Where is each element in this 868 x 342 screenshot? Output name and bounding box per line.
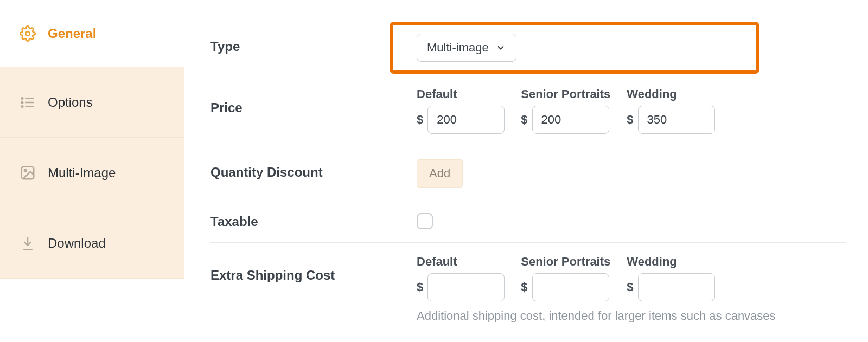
list-icon — [20, 94, 36, 111]
sidebar-item-multi-image[interactable]: Multi-Image — [0, 138, 184, 208]
type-label: Type — [210, 34, 417, 54]
sidebar-item-label: General — [48, 26, 96, 41]
sidebar: General Options Multi-Image Download — [0, 0, 184, 342]
svg-point-0 — [25, 31, 30, 36]
sidebar-item-label: Multi-Image — [48, 165, 116, 180]
image-icon — [20, 165, 36, 181]
row-quantity-discount: Quantity Discount Add — [210, 147, 846, 201]
svg-point-8 — [24, 169, 27, 171]
shipping-wedding-input[interactable] — [638, 273, 715, 301]
sidebar-item-label: Download — [48, 236, 106, 251]
shipping-senior-input[interactable] — [532, 273, 609, 301]
taxable-label: Taxable — [210, 213, 417, 229]
shipping-column-header: Wedding — [627, 255, 714, 269]
price-label: Price — [210, 87, 417, 115]
sidebar-item-label: Options — [48, 95, 93, 110]
taxable-checkbox[interactable] — [417, 213, 433, 229]
currency-symbol: $ — [521, 280, 527, 294]
row-price: Price Default $ Senior Portraits $ — [210, 75, 846, 147]
svg-point-6 — [22, 106, 23, 107]
gear-icon — [20, 25, 36, 42]
type-selected-value: Multi-image — [427, 41, 489, 55]
svg-point-4 — [22, 98, 23, 99]
quantity-discount-label: Quantity Discount — [210, 159, 417, 180]
sidebar-item-options[interactable]: Options — [0, 67, 184, 138]
price-column-header: Wedding — [627, 87, 714, 101]
currency-symbol: $ — [521, 113, 527, 127]
currency-symbol: $ — [417, 280, 423, 294]
add-discount-button[interactable]: Add — [417, 159, 463, 188]
row-type: Type Multi-image — [210, 22, 846, 75]
shipping-column-header: Default — [417, 255, 505, 269]
currency-symbol: $ — [417, 113, 423, 127]
shipping-default-input[interactable] — [427, 273, 505, 301]
main-panel: Type Multi-image Price Default $ — [184, 0, 868, 342]
sidebar-item-download[interactable]: Download — [0, 208, 184, 279]
extra-shipping-label: Extra Shipping Cost — [210, 255, 417, 283]
type-select[interactable]: Multi-image — [417, 34, 516, 62]
extra-shipping-help: Additional shipping cost, intended for l… — [417, 309, 846, 323]
sidebar-item-general[interactable]: General — [0, 0, 184, 67]
price-column-header: Default — [417, 87, 505, 101]
download-icon — [20, 235, 36, 251]
price-senior-input[interactable] — [532, 106, 609, 134]
shipping-column-header: Senior Portraits — [521, 255, 610, 269]
price-wedding-input[interactable] — [638, 106, 715, 134]
chevron-down-icon — [495, 42, 506, 53]
svg-point-5 — [22, 101, 23, 103]
price-column-header: Senior Portraits — [521, 87, 610, 101]
row-taxable: Taxable — [210, 201, 846, 243]
row-extra-shipping: Extra Shipping Cost Default $ Senior Por… — [210, 243, 846, 336]
currency-symbol: $ — [627, 113, 633, 127]
price-default-input[interactable] — [427, 106, 505, 134]
currency-symbol: $ — [627, 280, 633, 294]
